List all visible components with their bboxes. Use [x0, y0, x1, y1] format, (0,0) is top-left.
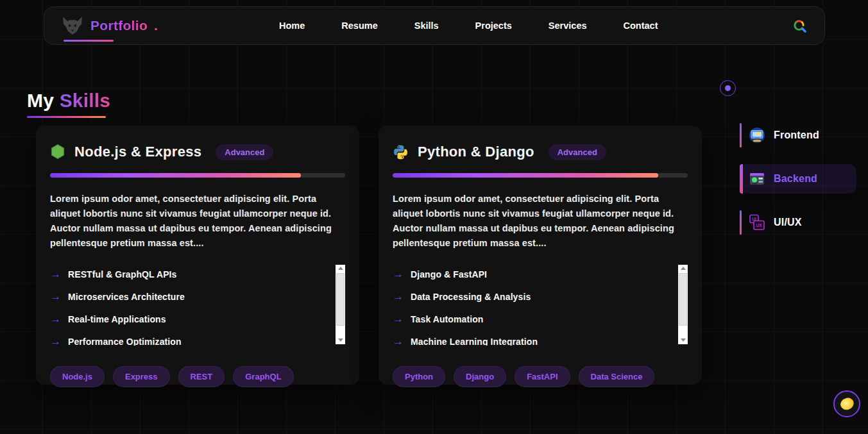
- tag-pill[interactable]: Express: [113, 366, 170, 387]
- feature-label: Data Processing & Analysis: [411, 292, 531, 302]
- search-icon: [792, 19, 806, 33]
- gradient-strip: [740, 123, 742, 147]
- frontend-monitor-icon: [749, 127, 765, 144]
- feature-item: → Task Automation: [393, 308, 672, 331]
- brand-dot: .: [154, 18, 158, 33]
- arrow-right-icon: →: [50, 268, 68, 281]
- card-title: Python & Django: [418, 144, 534, 160]
- feature-list: → Django & FastAPI → Data Processing & A…: [393, 263, 688, 346]
- nav-link-skills[interactable]: Skills: [414, 21, 439, 31]
- tag-pill[interactable]: Node.js: [50, 366, 105, 387]
- python-icon: [393, 144, 409, 160]
- decorative-circle: [720, 80, 736, 96]
- skill-card-python: Python & Django Advanced Lorem ipsum odo…: [379, 126, 702, 385]
- arrow-right-icon: →: [393, 313, 411, 326]
- feature-label: Real-time Applications: [68, 314, 166, 324]
- feature-item: → RESTful & GraphQL APIs: [50, 263, 330, 286]
- nodejs-icon: [50, 144, 65, 160]
- scrollbar-down-arrow[interactable]: [336, 337, 345, 344]
- sidebar-item-frontend[interactable]: Frontend: [740, 123, 856, 147]
- backend-server-icon: [749, 171, 765, 187]
- card-header: Node.js & Express Advanced: [50, 141, 345, 163]
- feature-list: → RESTful & GraphQL APIs → Microservices…: [50, 263, 345, 346]
- svg-text:UX: UX: [756, 223, 762, 228]
- tag-list: Node.js Express REST GraphQL: [50, 366, 345, 387]
- card-description: Lorem ipsum odor amet, consectetuer adip…: [393, 192, 688, 251]
- arrow-right-icon: →: [393, 335, 411, 346]
- page-title: My Skills: [27, 90, 110, 112]
- sidebar-item-label: Frontend: [774, 129, 819, 141]
- feature-label: Performance Optimization: [68, 337, 182, 346]
- top-navbar: Portfolio. Home Resume Skills Projects S…: [44, 6, 825, 45]
- tag-list: Python Django FastAPI Data Science: [393, 366, 688, 387]
- search-button[interactable]: [788, 15, 810, 37]
- skill-card-nodejs: Node.js & Express Advanced Lorem ipsum o…: [36, 126, 359, 385]
- section-heading: My Skills: [27, 90, 110, 118]
- tag-pill[interactable]: Python: [393, 366, 445, 387]
- nav-link-projects[interactable]: Projects: [475, 21, 512, 31]
- feature-item: → Performance Optimization: [50, 331, 330, 346]
- decorative-dot: [725, 85, 731, 91]
- nav-link-services[interactable]: Services: [549, 21, 587, 31]
- skill-progress-fill: [393, 173, 658, 178]
- feature-item: → Machine Learning Integration: [393, 331, 672, 346]
- heading-underline: [27, 116, 106, 118]
- brand-name: Portfolio: [90, 18, 148, 33]
- arrow-right-icon: →: [393, 268, 411, 281]
- arrow-right-icon: →: [50, 290, 68, 303]
- sidebar-item-uiux[interactable]: UI UX UI/UX: [740, 210, 856, 235]
- theme-toggle-button[interactable]: [833, 390, 860, 417]
- feature-item: → Real-time Applications: [50, 308, 330, 331]
- scrollbar-thumb[interactable]: [336, 273, 345, 326]
- feature-label: RESTful & GraphQL APIs: [68, 269, 176, 280]
- category-sidebar: Frontend Backend UI UX UI/UX: [740, 123, 856, 251]
- arrow-right-icon: →: [50, 335, 68, 346]
- nav-link-contact[interactable]: Contact: [624, 21, 658, 31]
- page-title-accent: Skills: [60, 90, 111, 111]
- arrow-right-icon: →: [50, 313, 68, 326]
- scrollbar-down-arrow[interactable]: [678, 337, 688, 344]
- feature-item: → Microservices Architecture: [50, 286, 330, 308]
- feature-item: → Django & FastAPI: [393, 263, 672, 286]
- feature-label: Microservices Architecture: [68, 292, 185, 302]
- tag-pill[interactable]: REST: [178, 366, 225, 387]
- feature-list-scrollbar[interactable]: [678, 265, 688, 344]
- tag-pill[interactable]: Data Science: [579, 366, 655, 387]
- gradient-strip: [740, 164, 743, 194]
- uiux-icon: UI UX: [749, 214, 765, 231]
- card-title: Node.js & Express: [74, 144, 201, 160]
- nav-links: Home Resume Skills Projects Services Con…: [279, 21, 658, 31]
- sun-theme-icon: [838, 396, 855, 412]
- gradient-strip: [740, 210, 742, 235]
- tag-pill[interactable]: GraphQL: [233, 366, 293, 387]
- nav-link-home[interactable]: Home: [279, 21, 305, 31]
- skill-level-badge: Advanced: [216, 144, 273, 160]
- feature-label: Task Automation: [411, 314, 484, 324]
- brand-logo[interactable]: Portfolio.: [61, 16, 158, 35]
- tag-pill[interactable]: FastAPI: [515, 366, 570, 387]
- scrollbar-up-arrow[interactable]: [336, 265, 345, 272]
- arrow-right-icon: →: [393, 290, 411, 303]
- sidebar-item-label: Backend: [774, 173, 817, 185]
- tag-pill[interactable]: Django: [454, 366, 506, 387]
- feature-label: Django & FastAPI: [411, 269, 487, 280]
- scrollbar-thumb[interactable]: [679, 273, 687, 326]
- skill-progress-fill: [50, 173, 301, 178]
- feature-label: Machine Learning Integration: [411, 337, 538, 346]
- skill-level-badge: Advanced: [549, 144, 606, 160]
- nav-link-resume[interactable]: Resume: [341, 21, 377, 31]
- sidebar-item-label: UI/UX: [774, 217, 802, 228]
- brand-underline: [64, 40, 114, 42]
- skill-progress-track: [393, 173, 688, 178]
- card-description: Lorem ipsum odor amet, consectetuer adip…: [50, 192, 345, 251]
- feature-item: → Data Processing & Analysis: [393, 286, 672, 308]
- skill-progress-track: [50, 173, 345, 178]
- scrollbar-up-arrow[interactable]: [678, 265, 688, 272]
- card-header: Python & Django Advanced: [393, 141, 688, 163]
- fox-logo-icon: [61, 16, 84, 35]
- sidebar-item-backend[interactable]: Backend: [740, 164, 856, 194]
- feature-list-scrollbar[interactable]: [336, 265, 345, 344]
